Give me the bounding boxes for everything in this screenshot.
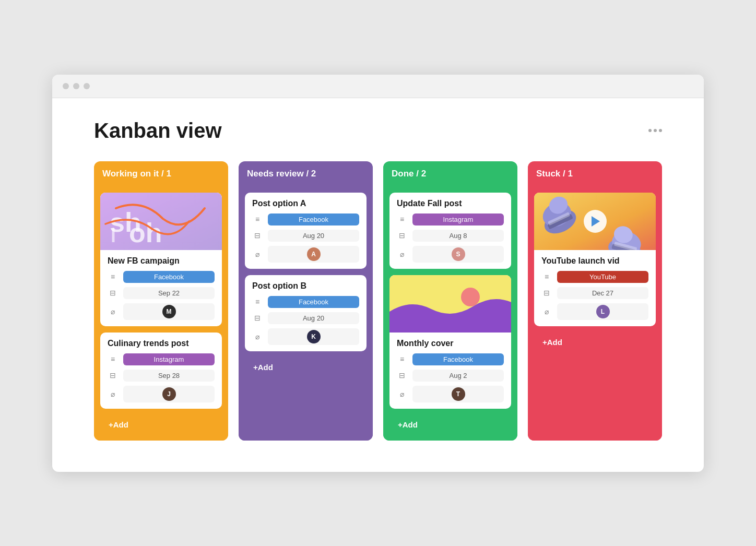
avatar: L — [596, 305, 610, 318]
column-body-done: Update Fall post ≡ Instagram ⊟ Aug 8 ⌀ — [383, 186, 517, 441]
page-header: Kanban view — [94, 119, 662, 143]
avatar-box: L — [557, 303, 648, 320]
date-value: Sep 28 — [123, 370, 215, 382]
card-post-b-avatar-row: ⌀ K — [252, 328, 359, 345]
lines-icon: ≡ — [397, 355, 407, 363]
platform-tag-facebook: Facebook — [268, 213, 359, 225]
card-culinary-avatar-row: ⌀ J — [108, 386, 215, 402]
play-icon — [592, 216, 600, 227]
card-monthly-cover-body: Monthly cover ≡ Facebook ⊟ Aug 2 ⌀ — [389, 333, 511, 409]
person-icon: ⌀ — [397, 390, 407, 398]
browser-dot-2 — [73, 83, 79, 89]
card-culinary-platform-row: ≡ Instagram — [108, 353, 215, 365]
card-fb-campaign-image: sh oh l — [100, 193, 222, 250]
card-fb-campaign-title: New FB campaign — [108, 256, 215, 266]
calendar-icon: ⊟ — [541, 289, 552, 297]
person-icon: ⌀ — [541, 307, 552, 316]
card-post-b-date-row: ⊟ Aug 20 — [252, 312, 359, 324]
avatar: A — [307, 247, 321, 261]
card-post-b-title: Post option B — [252, 281, 359, 291]
calendar-icon: ⊟ — [252, 231, 263, 240]
card-fall-post-avatar-row: ⌀ S — [397, 246, 504, 263]
card-fb-campaign-platform-row: ≡ Facebook — [108, 271, 215, 283]
avatar-box: K — [268, 328, 359, 345]
card-monthly-cover-platform-row: ≡ Facebook — [397, 353, 504, 365]
add-needs-review-button[interactable]: +Add — [245, 358, 367, 377]
browser-dot-3 — [84, 83, 90, 89]
card-culinary-body: Culinary trends post ≡ Instagram ⊟ Sep 2… — [100, 333, 222, 409]
column-header-done: Done / 2 — [383, 161, 517, 186]
lines-icon: ≡ — [541, 272, 552, 281]
card-post-a[interactable]: Post option A ≡ Facebook ⊟ Aug 20 ⌀ — [245, 193, 367, 269]
more-dot-3 — [659, 129, 662, 132]
column-needs-review: Needs review / 2 Post option A ≡ Faceboo… — [239, 161, 373, 441]
lines-icon: ≡ — [108, 272, 118, 281]
platform-tag-instagram: Instagram — [412, 213, 504, 225]
add-working-button[interactable]: +Add — [100, 415, 222, 434]
date-value: Sep 22 — [123, 287, 215, 299]
person-icon: ⌀ — [397, 250, 407, 258]
add-stuck-button[interactable]: +Add — [534, 333, 656, 352]
card-youtube[interactable]: YouTube launch vid ≡ YouTube ⊟ Dec 27 ⌀ — [534, 193, 656, 326]
card-fall-post-title: Update Fall post — [397, 199, 504, 208]
column-header-needs-review: Needs review / 2 — [239, 161, 373, 186]
platform-tag-instagram: Instagram — [123, 353, 215, 365]
browser-dot-1 — [63, 83, 69, 89]
lines-icon: ≡ — [252, 298, 263, 306]
more-options-button[interactable] — [648, 129, 662, 132]
card-fb-campaign[interactable]: sh oh l New FB campaign ≡ — [100, 193, 222, 326]
calendar-icon: ⊟ — [252, 314, 263, 322]
card-post-a-platform-row: ≡ Facebook — [252, 213, 359, 225]
card-post-a-avatar-row: ⌀ A — [252, 246, 359, 263]
fb-campaign-art: sh oh l — [100, 193, 222, 250]
lines-icon: ≡ — [252, 215, 263, 223]
person-icon: ⌀ — [252, 250, 263, 258]
avatar: T — [452, 387, 465, 401]
calendar-icon: ⊟ — [108, 289, 118, 297]
avatar-box: S — [412, 246, 504, 263]
card-post-a-date-row: ⊟ Aug 20 — [252, 230, 359, 242]
column-done: Done / 2 Update Fall post ≡ Instagram ⊟ — [383, 161, 517, 441]
browser-window: Kanban view Working on it / 1 — [52, 75, 704, 472]
card-fall-post-date-row: ⊟ Aug 8 — [397, 230, 504, 242]
lines-icon: ≡ — [397, 215, 407, 223]
card-post-a-title: Post option A — [252, 199, 359, 208]
svg-text:oh: oh — [129, 218, 162, 248]
date-value: Aug 2 — [412, 370, 504, 382]
date-value: Dec 27 — [557, 287, 648, 299]
card-fall-post[interactable]: Update Fall post ≡ Instagram ⊟ Aug 8 ⌀ — [389, 193, 511, 269]
card-youtube-image — [534, 193, 656, 250]
monthly-cover-art — [389, 275, 511, 333]
card-culinary[interactable]: Culinary trends post ≡ Instagram ⊟ Sep 2… — [100, 333, 222, 409]
card-post-b[interactable]: Post option B ≡ Facebook ⊟ Aug 20 ⌀ — [245, 275, 367, 351]
card-youtube-date-row: ⊟ Dec 27 — [541, 287, 648, 299]
add-done-button[interactable]: +Add — [389, 415, 511, 434]
card-youtube-body: YouTube launch vid ≡ YouTube ⊟ Dec 27 ⌀ — [534, 250, 656, 326]
column-body-needs-review: Post option A ≡ Facebook ⊟ Aug 20 ⌀ — [239, 186, 373, 441]
platform-tag-facebook: Facebook — [412, 353, 504, 365]
column-header-stuck: Stuck / 1 — [528, 161, 662, 186]
person-icon: ⌀ — [252, 333, 263, 341]
platform-tag-facebook: Facebook — [268, 296, 359, 308]
card-monthly-cover-image — [389, 275, 511, 333]
svg-text:l: l — [111, 225, 116, 246]
play-button[interactable] — [584, 210, 607, 233]
kanban-board: Working on it / 1 — [94, 161, 662, 441]
card-post-b-body: Post option B ≡ Facebook ⊟ Aug 20 ⌀ — [245, 275, 367, 351]
avatar: K — [307, 330, 321, 343]
card-fall-post-platform-row: ≡ Instagram — [397, 213, 504, 225]
card-monthly-cover-date-row: ⊟ Aug 2 — [397, 370, 504, 382]
avatar-box: A — [268, 246, 359, 263]
more-dot-1 — [648, 129, 652, 132]
date-value: Aug 20 — [268, 230, 359, 242]
avatar-box: T — [412, 386, 504, 402]
avatar-box: M — [123, 303, 215, 320]
card-monthly-cover-title: Monthly cover — [397, 339, 504, 348]
card-monthly-cover[interactable]: Monthly cover ≡ Facebook ⊟ Aug 2 ⌀ — [389, 275, 511, 409]
card-fall-post-body: Update Fall post ≡ Instagram ⊟ Aug 8 ⌀ — [389, 193, 511, 269]
card-monthly-cover-avatar-row: ⌀ T — [397, 386, 504, 402]
card-culinary-title: Culinary trends post — [108, 339, 215, 348]
column-body-stuck: YouTube launch vid ≡ YouTube ⊟ Dec 27 ⌀ — [528, 186, 662, 441]
card-culinary-date-row: ⊟ Sep 28 — [108, 370, 215, 382]
more-dot-2 — [654, 129, 657, 132]
